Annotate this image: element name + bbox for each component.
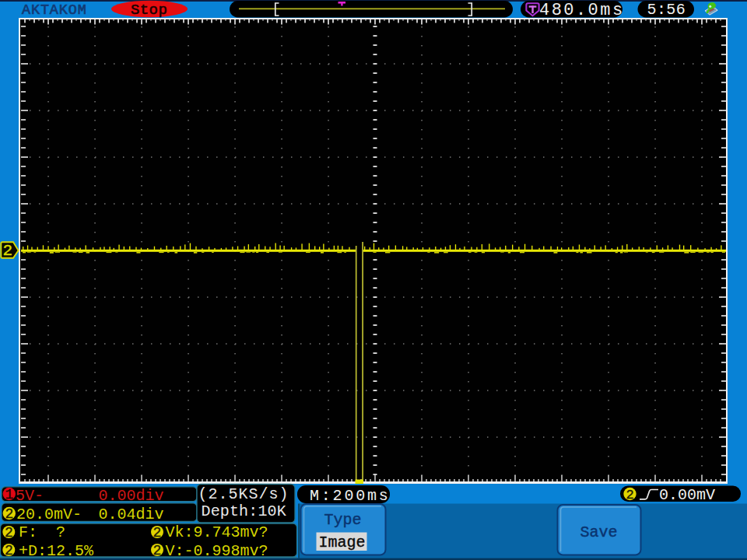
svg-text:AKTAKOM: AKTAKOM	[22, 2, 87, 19]
svg-text:Save: Save	[580, 523, 618, 541]
svg-text:M:200ms: M:200ms	[310, 487, 391, 505]
svg-text:Depth:10K: Depth:10K	[202, 502, 286, 520]
svg-text:0.04div: 0.04div	[99, 506, 164, 523]
svg-text:1: 1	[5, 487, 13, 502]
svg-text:Vk:9.743mv?: Vk:9.743mv?	[166, 523, 268, 541]
svg-text:2: 2	[5, 543, 13, 558]
svg-text:Image: Image	[319, 534, 366, 551]
svg-text:2: 2	[153, 543, 162, 558]
svg-text:2: 2	[5, 506, 13, 522]
svg-text:2: 2	[2, 242, 12, 260]
svg-text:(2.5KS/s): (2.5KS/s)	[198, 485, 289, 503]
svg-text:0.00div: 0.00div	[99, 487, 164, 505]
svg-text:0.00mV: 0.00mV	[659, 486, 715, 504]
svg-text:5:56: 5:56	[647, 1, 686, 19]
svg-text:2: 2	[153, 525, 162, 541]
svg-text:F: ?: F: ?	[19, 523, 65, 541]
svg-text:2: 2	[5, 525, 13, 541]
svg-text:480.0ms: 480.0ms	[539, 1, 625, 20]
svg-text:Type: Type	[324, 511, 362, 529]
svg-text:2: 2	[626, 488, 633, 502]
svg-text:5V-: 5V-	[16, 487, 44, 505]
svg-text:Stop: Stop	[131, 2, 167, 19]
svg-text:20.0mV-: 20.0mV-	[16, 506, 82, 523]
